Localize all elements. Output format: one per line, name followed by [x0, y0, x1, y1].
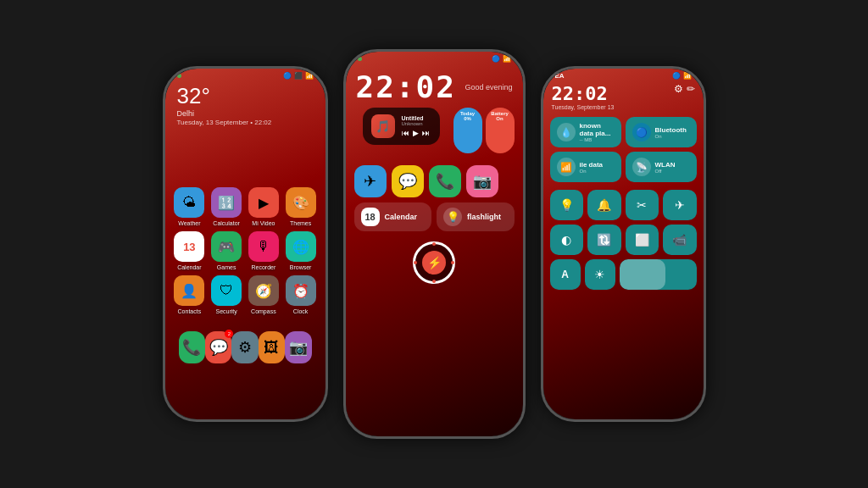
- record-dot-bottom: [432, 280, 436, 283]
- p1-dock: 📞 💬 2 ⚙ 🖼 📷: [165, 326, 326, 369]
- ctrl-mobile-data[interactable]: 📶 ile data On: [550, 152, 621, 182]
- app-recorder[interactable]: 🎙 Recorder: [248, 231, 280, 270]
- status-dot-p1: [177, 74, 181, 78]
- p3-edit-icon[interactable]: ✏: [687, 83, 695, 95]
- record-dot-right: [451, 261, 454, 264]
- p2-greeting: Good evening: [465, 83, 512, 92]
- next-button[interactable]: ⏭: [422, 129, 430, 137]
- record-bolt-icon: ⚡: [427, 256, 442, 269]
- p3-date: Tuesday, September 13: [552, 104, 615, 110]
- p2-app-telegram[interactable]: ✈: [354, 165, 387, 197]
- phone-3-status-bar: EA 🔵 📶: [543, 69, 704, 81]
- ctrl-contrast[interactable]: ◐: [550, 225, 584, 255]
- app-mivideo[interactable]: ▶ Mi Video: [248, 187, 280, 226]
- control-grid: 💧 known data pla... -- MB 🔵 Bluetooth On…: [543, 114, 704, 186]
- phone-1-status-bar: 🔵 ⬛ 📶: [165, 69, 326, 81]
- ctrl-video[interactable]: 📹: [663, 225, 697, 255]
- bluetooth-icon: 🔵: [632, 123, 651, 141]
- today-pill[interactable]: Today 0%: [453, 108, 482, 153]
- p2-record-button[interactable]: ⚡: [413, 241, 455, 284]
- phone-1-screen: 🔵 ⬛ 📶 32° Delhi Tuesday, 13 September • …: [165, 69, 326, 419]
- p2-app-messages[interactable]: 💬: [392, 165, 424, 197]
- p2-apps-row: ✈ 💬 📞 📷: [346, 160, 523, 202]
- ctrl-wlan[interactable]: 📡 WLAN Off: [626, 152, 697, 182]
- ctrl-bell[interactable]: 🔔: [587, 190, 621, 220]
- app-browser[interactable]: 🌐 Browser: [285, 231, 317, 270]
- app-calculator[interactable]: 🔢 Calculator: [210, 187, 242, 226]
- ctrl-small-row-2: ◐ 🔃 ⬜ 📹: [543, 220, 704, 255]
- phone-1: 🔵 ⬛ 📶 32° Delhi Tuesday, 13 September • …: [163, 66, 328, 422]
- p3-user: EA: [555, 72, 565, 80]
- app-compass[interactable]: 🧭 Compass: [248, 275, 280, 314]
- dock-camera[interactable]: 📷: [285, 331, 311, 363]
- ctrl-small-row-1: 💡 🔔 ✂ ✈: [543, 190, 704, 220]
- dock-settings[interactable]: ⚙: [231, 331, 258, 363]
- music-artist: Unknown: [402, 121, 431, 126]
- ctrl-layout[interactable]: ⬜: [626, 225, 659, 255]
- wlan-icon: 📡: [632, 158, 651, 176]
- brightness-a-icon[interactable]: A: [550, 259, 581, 290]
- music-art: 🎵: [371, 114, 395, 138]
- phone-3-screen: EA 🔵 📶 22:02 Tuesday, September 13 ⚙ ✏ 💧: [543, 69, 704, 419]
- p2-clock-area: 22:02 Good evening: [346, 64, 523, 108]
- record-dot-top: [432, 242, 436, 246]
- calendar-date: 18: [361, 208, 380, 226]
- data-plan-icon: 💧: [557, 123, 576, 141]
- brightness-sun-icon[interactable]: ☀: [585, 259, 615, 290]
- status-dot-p2: [358, 57, 362, 61]
- phone-2: 🔵 📶 22:02 Good evening 🎵 Untitled Unknow…: [343, 49, 526, 439]
- p3-header: 22:02 Tuesday, September 13 ⚙ ✏: [543, 81, 704, 114]
- p1-datetime: Tuesday, 13 September • 22:02: [165, 118, 326, 133]
- brightness-fill: [620, 259, 666, 290]
- app-themes[interactable]: 🎨 Themes: [285, 187, 317, 226]
- app-security[interactable]: 🛡 Security: [210, 275, 242, 314]
- ctrl-torch[interactable]: 💡: [550, 190, 584, 220]
- app-clock[interactable]: ⏰ Clock: [285, 275, 317, 314]
- mobile-data-icon: 📶: [557, 158, 576, 176]
- dock-gallery[interactable]: 🖼: [259, 331, 285, 363]
- brightness-bar[interactable]: [620, 259, 697, 290]
- record-inner: ⚡: [422, 251, 446, 274]
- calendar-label: Calendar: [385, 213, 418, 221]
- p3-settings-icon[interactable]: ⚙: [674, 83, 683, 95]
- p2-calendar-widget[interactable]: 18 Calendar: [354, 202, 432, 231]
- battery-pill[interactable]: Battery On: [486, 108, 515, 153]
- p2-app-phone[interactable]: 📞: [429, 165, 461, 197]
- prev-button[interactable]: ⏮: [402, 129, 409, 137]
- phone-2-status-bar: 🔵 📶: [346, 52, 523, 64]
- p1-temperature: 32°: [165, 81, 326, 109]
- p1-location: Delhi: [165, 109, 326, 118]
- p2-music-widget[interactable]: 🎵 Untitled Unknown ⏮ ▶ ⏭: [363, 108, 440, 145]
- music-info: Untitled Unknown ⏮ ▶ ⏭: [402, 115, 431, 137]
- ctrl-airplane[interactable]: ✈: [663, 190, 697, 220]
- dock-phone[interactable]: 📞: [179, 331, 205, 363]
- status-icons-p1: 🔵 ⬛ 📶: [283, 72, 314, 80]
- p2-clock: 22:02: [356, 69, 456, 104]
- phone-3: EA 🔵 📶 22:02 Tuesday, September 13 ⚙ ✏ 💧: [541, 66, 706, 422]
- app-games[interactable]: 🎮 Games: [210, 231, 242, 270]
- ctrl-data-plan[interactable]: 💧 known data pla... -- MB: [550, 117, 621, 147]
- play-button[interactable]: ▶: [413, 129, 419, 137]
- app-calendar[interactable]: 13 Calendar: [174, 231, 206, 270]
- p2-widget-row: 18 Calendar 💡 flashlight: [346, 202, 523, 231]
- app-weather[interactable]: 🌤 Weather: [174, 187, 206, 226]
- bluetooth-label: Bluetooth: [655, 126, 687, 134]
- p2-flashlight-widget[interactable]: 💡 flashlight: [437, 202, 515, 231]
- record-dot-left: [414, 261, 417, 264]
- ctrl-scissors[interactable]: ✂: [626, 190, 659, 220]
- flashlight-label: flashlight: [467, 213, 501, 221]
- dock-messages[interactable]: 💬 2: [205, 331, 231, 363]
- flashlight-icon: 💡: [443, 208, 462, 226]
- p3-clock: 22:02: [552, 83, 615, 104]
- ctrl-rotate[interactable]: 🔃: [587, 225, 621, 255]
- brightness-row: A ☀: [543, 255, 704, 290]
- music-controls[interactable]: ⏮ ▶ ⏭: [402, 129, 431, 137]
- p1-app-grid: 🌤 Weather 🔢 Calculator ▶ Mi Video 🎨 Them…: [165, 184, 326, 318]
- phone-2-screen: 🔵 📶 22:02 Good evening 🎵 Untitled Unknow…: [346, 52, 523, 436]
- music-title: Untitled: [402, 115, 431, 121]
- p2-app-camera[interactable]: 📷: [466, 165, 498, 197]
- app-contacts[interactable]: 👤 Contacts: [174, 275, 206, 314]
- ctrl-bluetooth[interactable]: 🔵 Bluetooth On: [626, 117, 697, 147]
